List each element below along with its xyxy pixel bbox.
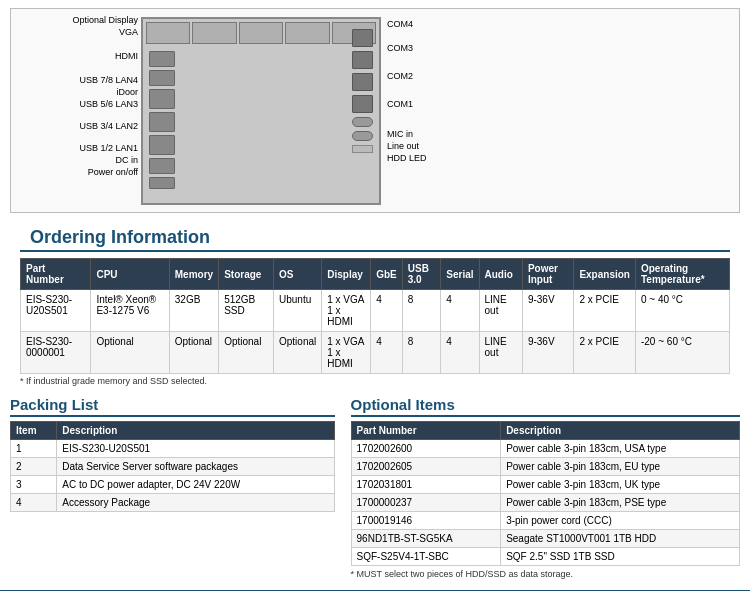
diag-label-com4: COM4	[387, 19, 487, 29]
ordering-cell-0-0: EIS-S230-U20S501	[21, 290, 91, 332]
ordering-cell-1-8: 4	[441, 332, 479, 374]
case-diagram	[141, 17, 381, 205]
col-expansion: Expansion	[574, 259, 636, 290]
diag-label-optional-display: Optional Display	[13, 15, 138, 25]
optional-cell-1-1: Power cable 3-pin 183cm, EU type	[501, 458, 740, 476]
optional-col-part: Part Number	[351, 422, 501, 440]
packing-cell-0-1: EIS-S230-U20S501	[57, 440, 334, 458]
diag-label-com3: COM3	[387, 43, 487, 53]
optional-cell-5-1: Seagate ST1000VT001 1TB HDD	[501, 530, 740, 548]
ordering-footnote: * If industrial grade memory and SSD sel…	[10, 374, 740, 388]
ordering-section: Ordering Information Part Number CPU Mem…	[10, 221, 740, 388]
diag-label-com1: COM1	[387, 99, 487, 109]
diag-label-hddled: HDD LED	[387, 153, 487, 163]
ordering-cell-1-5: 1 x VGA1 x HDMI	[322, 332, 371, 374]
optional-cell-5-0: 96ND1TB-ST-SG5KA	[351, 530, 501, 548]
packing-row-2: 3AC to DC power adapter, DC 24V 220W	[11, 476, 335, 494]
packing-cell-1-0: 2	[11, 458, 57, 476]
ordering-cell-0-1: Intel® Xeon® E3-1275 V6	[91, 290, 169, 332]
packing-cell-3-1: Accessory Package	[57, 494, 334, 512]
col-power-input: Power Input	[522, 259, 573, 290]
optional-row-2: 1702031801Power cable 3-pin 183cm, UK ty…	[351, 476, 739, 494]
ordering-table: Part Number CPU Memory Storage OS Displa…	[20, 258, 730, 374]
diagram-section: Optional Display VGA HDMI USB 7/8 LAN4 i…	[10, 8, 740, 213]
col-usb30: USB 3.0	[402, 259, 441, 290]
packing-row-0: 1EIS-S230-U20S501	[11, 440, 335, 458]
ordering-cell-0-4: Ubuntu	[274, 290, 322, 332]
ordering-cell-0-11: 2 x PCIE	[574, 290, 636, 332]
diag-label-hdmi: HDMI	[13, 51, 138, 61]
optional-cell-2-0: 1702031801	[351, 476, 501, 494]
packing-row-3: 4Accessory Package	[11, 494, 335, 512]
optional-cell-1-0: 1702002605	[351, 458, 501, 476]
col-serial: Serial	[441, 259, 479, 290]
optional-items-section: Optional Items Part Number Description 1…	[351, 396, 740, 582]
ordering-cell-0-6: 4	[371, 290, 403, 332]
diag-label-power: Power on/off	[13, 167, 138, 177]
packing-row-1: 2Data Service Server software packages	[11, 458, 335, 476]
optional-cell-4-0: 1700019146	[351, 512, 501, 530]
col-cpu: CPU	[91, 259, 169, 290]
ordering-cell-1-2: Optional	[169, 332, 218, 374]
diag-label-lineout: Line out	[387, 141, 487, 151]
ordering-cell-1-6: 4	[371, 332, 403, 374]
ordering-cell-1-3: Optional	[219, 332, 274, 374]
optional-cell-3-1: Power cable 3-pin 183cm, PSE type	[501, 494, 740, 512]
optional-row-3: 1700000237Power cable 3-pin 183cm, PSE t…	[351, 494, 739, 512]
diag-label-com2: COM2	[387, 71, 487, 81]
optional-cell-6-0: SQF-S25V4-1T-SBC	[351, 548, 501, 566]
diag-label-idoor: iDoor	[13, 87, 138, 97]
optional-row-4: 17000191463-pin power cord (CCC)	[351, 512, 739, 530]
ordering-cell-0-5: 1 x VGA1 x HDMI	[322, 290, 371, 332]
packing-list-section: Packing List Item Description 1EIS-S230-…	[10, 396, 335, 582]
packing-table: Item Description 1EIS-S230-U20S5012Data …	[10, 421, 335, 512]
ordering-cell-0-7: 8	[402, 290, 441, 332]
diagram-right-labels: COM4 COM3 COM2 COM1 MIC in Line out HDD …	[387, 19, 487, 163]
ordering-cell-1-12: -20 ~ 60 °C	[635, 332, 729, 374]
packing-cell-1-1: Data Service Server software packages	[57, 458, 334, 476]
ordering-cell-1-9: LINE out	[479, 332, 522, 374]
packing-cell-0-0: 1	[11, 440, 57, 458]
packing-cell-3-0: 4	[11, 494, 57, 512]
diag-label-dcin: DC in	[13, 155, 138, 165]
optional-cell-0-0: 1702002600	[351, 440, 501, 458]
optional-cell-2-1: Power cable 3-pin 183cm, UK type	[501, 476, 740, 494]
optional-row-5: 96ND1TB-ST-SG5KASeagate ST1000VT001 1TB …	[351, 530, 739, 548]
ordering-cell-1-4: Optional	[274, 332, 322, 374]
optional-row-1: 1702002605Power cable 3-pin 183cm, EU ty…	[351, 458, 739, 476]
ordering-cell-0-8: 4	[441, 290, 479, 332]
diagram-left-labels: Optional Display VGA HDMI USB 7/8 LAN4 i…	[13, 15, 138, 177]
ordering-cell-0-2: 32GB	[169, 290, 218, 332]
diag-label-usb34lan2: USB 3/4 LAN2	[13, 121, 138, 131]
optional-row-6: SQF-S25V4-1T-SBCSQF 2.5" SSD 1TB SSD	[351, 548, 739, 566]
ordering-cell-0-3: 512GB SSD	[219, 290, 274, 332]
ordering-cell-0-10: 9-36V	[522, 290, 573, 332]
optional-cell-3-0: 1700000237	[351, 494, 501, 512]
optional-header: Part Number Description	[351, 422, 739, 440]
packing-cell-2-0: 3	[11, 476, 57, 494]
ordering-cell-1-11: 2 x PCIE	[574, 332, 636, 374]
ordering-cell-1-1: Optional	[91, 332, 169, 374]
packing-list-title: Packing List	[10, 396, 335, 417]
col-temp: Operating Temperature*	[635, 259, 729, 290]
optional-table: Part Number Description 1702002600Power …	[351, 421, 740, 566]
ordering-title: Ordering Information	[20, 221, 730, 252]
ordering-cell-0-12: 0 ~ 40 °C	[635, 290, 729, 332]
ordering-cell-1-0: EIS-S230-0000001	[21, 332, 91, 374]
optional-col-desc: Description	[501, 422, 740, 440]
ordering-header-row: Part Number CPU Memory Storage OS Displa…	[21, 259, 730, 290]
optional-items-title: Optional Items	[351, 396, 740, 417]
packing-cell-2-1: AC to DC power adapter, DC 24V 220W	[57, 476, 334, 494]
col-gbe: GbE	[371, 259, 403, 290]
bottom-section: Packing List Item Description 1EIS-S230-…	[10, 396, 740, 582]
ordering-cell-0-9: LINE out	[479, 290, 522, 332]
col-display: Display	[322, 259, 371, 290]
diag-label-usb56lan3: USB 5/6 LAN3	[13, 99, 138, 109]
diag-label-vga: VGA	[13, 27, 138, 37]
diag-label-usb78lan4: USB 7/8 LAN4	[13, 75, 138, 85]
ordering-cell-1-10: 9-36V	[522, 332, 573, 374]
optional-footnote: * MUST select two pieces of HDD/SSD as d…	[351, 566, 740, 582]
col-memory: Memory	[169, 259, 218, 290]
diag-label-micin: MIC in	[387, 129, 487, 139]
col-audio: Audio	[479, 259, 522, 290]
